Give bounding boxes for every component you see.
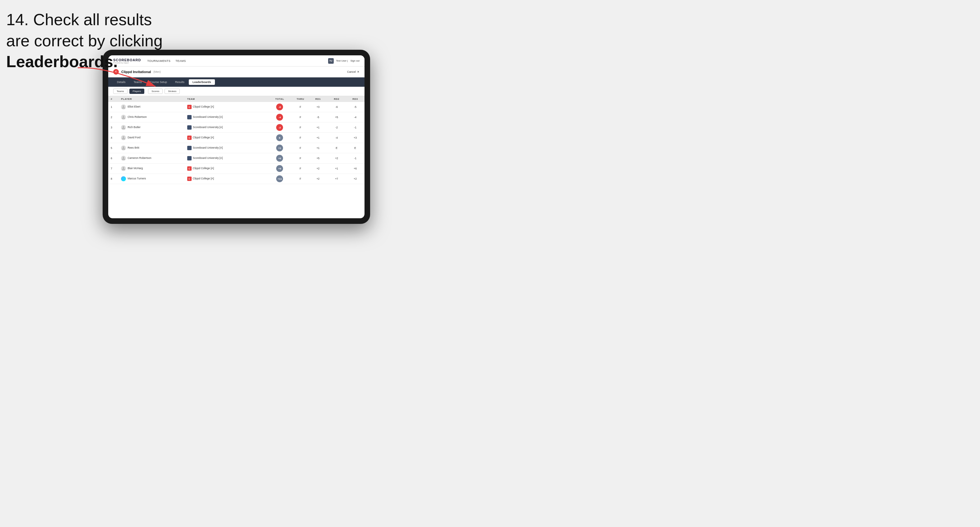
table-row: 3 Rich Butler Scoreboard University [A] … [108,122,364,133]
thru-cell: F [292,143,309,153]
rd3-cell: -5 [346,102,364,112]
team-cell: Scoreboard University [A] [185,112,267,122]
table-row: 2 Chris Robertson Scoreboard University … [108,112,364,122]
filter-teams[interactable]: Teams [113,89,127,94]
rd3-cell: -4 [346,112,364,122]
total-cell: -4 [267,112,292,122]
tab-results[interactable]: Results [171,79,188,85]
filter-strokes[interactable]: Strokes [164,89,180,94]
total-cell: +6 [267,153,292,163]
device-frame: SCOREBOARD Powered by clippd TOURNAMENTS… [103,50,370,224]
player-avatar [121,105,126,110]
rd1-cell: +3 [309,102,328,112]
player-avatar [121,125,126,130]
rank-cell: 6 [108,153,118,163]
rd3-cell: E [346,143,364,153]
filter-scores[interactable]: Scores [148,89,163,94]
total-cell: -2 [267,122,292,133]
rd2-cell: +1 [327,163,346,174]
rd2-cell: -2 [327,122,346,133]
device-screen: SCOREBOARD Powered by clippd TOURNAMENTS… [108,56,364,218]
score-badge: -4 [276,114,283,121]
filter-bar: Teams Players Scores Strokes [108,87,364,96]
rank-cell: 4 [108,133,118,143]
player-cell: Elliot Ebert [118,102,185,112]
total-cell: E [267,133,292,143]
leaderboard-table: # PLAYER TEAM TOTAL THRU RD1 RD2 RD3 1 E… [108,96,364,218]
players-table: # PLAYER TEAM TOTAL THRU RD1 RD2 RD3 1 E… [108,96,364,184]
signout-link[interactable]: Sign out [350,59,360,62]
rd3-cell: -1 [346,122,364,133]
user-avatar: TU [328,58,334,64]
thru-cell: F [292,153,309,163]
total-cell: +9 [267,163,292,174]
nav-links: TOURNAMENTS TEAMS [147,57,328,65]
table-header-row: # PLAYER TEAM TOTAL THRU RD1 RD2 RD3 [108,96,364,102]
thru-cell: F [292,163,309,174]
player-avatar [121,166,126,171]
rank-cell: 2 [108,112,118,122]
player-cell: Rich Butler [118,122,185,133]
cancel-button[interactable]: Cancel ✕ [347,70,360,73]
score-badge: -8 [276,103,283,110]
col-team: TEAM [185,96,267,102]
svg-point-7 [123,167,124,168]
rd2-cell: +2 [327,153,346,163]
tab-leaderboards[interactable]: Leaderboards [189,79,215,85]
team-cell: CClippd College [A] [185,133,267,143]
player-avatar [121,135,126,140]
team-cell: Scoreboard University [A] [185,122,267,133]
svg-point-1 [123,105,124,107]
tab-course-setup[interactable]: Course Setup [146,79,171,85]
col-rd2: RD2 [327,96,346,102]
team-cell: CClippd College [A] [185,174,267,184]
team-logo: C [187,105,192,109]
thru-cell: F [292,122,309,133]
rd3-cell: +6 [346,163,364,174]
rd1-cell: -5 [309,112,328,122]
instruction-text: 14. Check all results are correct by cli… [6,10,163,73]
team-logo [187,146,192,150]
rd3-cell: +3 [346,133,364,143]
thru-cell: F [292,112,309,122]
score-badge: +11 [276,175,283,182]
rd2-cell: +7 [327,174,346,184]
tab-teams[interactable]: Teams [130,79,146,85]
team-logo [187,115,192,119]
rd2-cell: E [327,143,346,153]
filter-players[interactable]: Players [129,89,145,94]
table-row: 1 Elliot Ebert CClippd College [A] -8 F … [108,102,364,112]
team-logo [187,125,192,130]
col-rd1: RD1 [309,96,328,102]
team-logo [187,156,192,160]
col-thru: THRU [292,96,309,102]
table-row: 4 David Ford CClippd College [A] E F +1 … [108,133,364,143]
score-badge: E [276,134,283,141]
nav-teams[interactable]: TEAMS [175,57,186,65]
player-avatar [121,176,126,181]
player-cell: Marcus Turners [118,174,185,184]
rd2-cell: -4 [327,133,346,143]
team-cell: CClippd College [A] [185,102,267,112]
rank-cell: 8 [108,174,118,184]
player-avatar [121,115,126,120]
player-cell: Blair McHarg [118,163,185,174]
tabs-bar: Details Teams Course Setup Results Leade… [108,78,364,87]
player-avatar [121,146,126,151]
thru-cell: F [292,133,309,143]
team-logo: C [187,176,192,181]
player-cell: Chris Robertson [118,112,185,122]
rank-cell: 3 [108,122,118,133]
rd3-cell: -1 [346,153,364,163]
score-badge: -2 [276,124,283,131]
team-logo: C [187,166,192,171]
rd2-cell: +5 [327,112,346,122]
team-cell: Scoreboard University [A] [185,153,267,163]
team-cell: CClippd College [A] [185,163,267,174]
table-row: 7 Blair McHarg CClippd College [A] +9 F … [108,163,364,174]
score-badge: +1 [276,144,283,151]
player-cell: Rees Britt [118,143,185,153]
table-row: 8 Marcus Turners CClippd College [A] +11… [108,174,364,184]
table-row: 5 Rees Britt Scoreboard University [A] +… [108,143,364,153]
tab-details[interactable]: Details [113,79,129,85]
